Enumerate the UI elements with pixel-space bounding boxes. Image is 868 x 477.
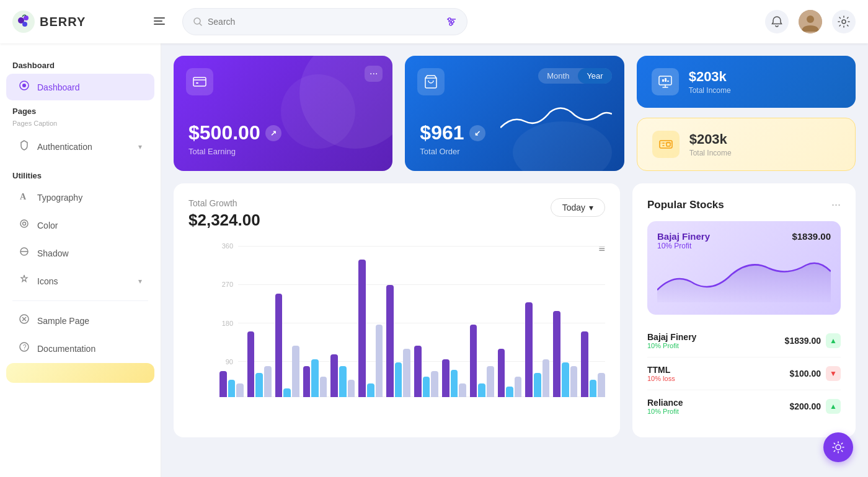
trending-up-icon: ▲: [826, 333, 841, 348]
income-blue-info: $203k Total Income: [689, 69, 731, 95]
bar-blue: [283, 388, 291, 397]
bar-blue: [311, 359, 319, 397]
shadow-label: Shadow: [37, 248, 69, 258]
bar-blue: [506, 387, 513, 397]
bar-purple: [581, 331, 588, 397]
income-yellow-label: Total Income: [689, 149, 732, 157]
income-yellow-icon: [652, 131, 680, 158]
search-input[interactable]: [208, 17, 441, 27]
sidebar-section-pages: Pages: [0, 102, 161, 118]
earning-card-icon: [186, 68, 213, 95]
sidebar-item-authentication[interactable]: Authentication ▾: [6, 133, 154, 160]
logo-area: BERRY: [12, 11, 136, 33]
settings-button[interactable]: [832, 10, 856, 33]
earning-label: Total Earning: [188, 147, 378, 156]
stock-name: TTML: [647, 365, 675, 375]
stocks-card: Popular Stocks ··· Bajaj Finery 10% Prof…: [632, 183, 856, 437]
docs-icon: ?: [19, 341, 30, 356]
featured-stock-chart: [657, 253, 831, 302]
chart-amount: $2,324.00: [188, 211, 260, 230]
bar-purple: [414, 346, 422, 397]
bar-blue: [478, 383, 485, 397]
trending-down-icon: ▼: [826, 366, 841, 381]
svg-point-16: [842, 20, 846, 24]
menu-button[interactable]: [149, 11, 170, 33]
bar-group: [275, 242, 299, 397]
stocks-menu-button[interactable]: ···: [831, 198, 841, 211]
month-year-toggle: Month Year: [538, 68, 611, 84]
sidebar-item-icons[interactable]: Icons ▾: [6, 268, 154, 294]
chart-title: Total Growth: [188, 198, 260, 208]
bar-light: [292, 346, 299, 397]
order-label: Total Order: [420, 147, 609, 156]
earning-menu-button[interactable]: ···: [365, 66, 383, 82]
sidebar-item-color[interactable]: Color: [6, 212, 154, 239]
chevron-down-icon: ▾: [589, 203, 593, 212]
sidebar-item-dashboard[interactable]: Dashboard: [6, 74, 154, 100]
bar-blue: [534, 373, 541, 397]
search-bar: [182, 8, 467, 35]
dashboard-label: Dashboard: [37, 82, 80, 92]
avatar[interactable]: [799, 10, 822, 33]
svg-point-18: [22, 84, 26, 87]
bar-blue: [423, 377, 430, 397]
sidebar-divider: [12, 300, 148, 301]
month-btn[interactable]: Month: [538, 68, 578, 84]
bar-group: [330, 242, 355, 397]
svg-point-13: [450, 23, 452, 25]
year-btn[interactable]: Year: [578, 68, 611, 84]
bar-light: [487, 366, 494, 397]
auth-chevron: ▾: [138, 142, 142, 151]
shadow-icon: [19, 246, 30, 260]
stock-list-item[interactable]: Bajaj Finery10% Profit$1839.00▲: [647, 325, 841, 357]
stock-name: Reliance: [647, 398, 683, 408]
utilities-title: Utilities: [0, 166, 161, 183]
color-label: Color: [37, 221, 58, 230]
sidebar-item-shadow[interactable]: Shadow: [6, 240, 154, 266]
notification-button[interactable]: [765, 10, 789, 33]
sidebar-item-documentation[interactable]: ? Documentation: [6, 335, 154, 362]
bar-light: [459, 383, 466, 397]
stock-list-item[interactable]: Reliance10% Profit$200.00▲: [647, 390, 841, 422]
bar-purple: [219, 371, 227, 397]
card-total-order: Month Year $961 ↙ Total Order: [405, 56, 624, 171]
featured-stock-info: Bajaj Finery 10% Profit: [657, 231, 710, 250]
bar-purple: [386, 285, 394, 397]
card-income-yellow: $203k Total Income: [637, 118, 856, 171]
bar-group: [386, 242, 410, 397]
fab-button[interactable]: [823, 432, 853, 462]
today-button[interactable]: Today ▾: [551, 198, 605, 217]
sample-page-icon: [19, 313, 30, 328]
earning-badge: ↗: [265, 125, 281, 141]
svg-point-3: [22, 22, 27, 27]
svg-point-21: [23, 222, 26, 225]
bar-chart: 360 270 180 90: [188, 242, 605, 416]
stocks-title: Popular Stocks: [647, 199, 724, 211]
filter-icon[interactable]: [446, 16, 457, 27]
bar-light: [515, 377, 522, 397]
stock-list: Bajaj Finery10% Profit$1839.00▲TTML10% l…: [647, 325, 841, 422]
bars-container: [219, 242, 605, 397]
stock-list-item[interactable]: TTML10% loss$100.00▼: [647, 357, 841, 390]
bar-group: [247, 242, 272, 397]
svg-text:?: ?: [23, 344, 27, 351]
bar-light: [320, 377, 327, 397]
bottom-row: Total Growth $2,324.00 Today ▾ ≡: [174, 183, 856, 437]
bar-group: [442, 242, 466, 397]
stock-name: Bajaj Finery: [647, 332, 696, 342]
icons-icon: [19, 274, 30, 288]
topbar: BERRY: [0, 0, 868, 43]
stock-price: $100.00: [789, 369, 821, 379]
card-total-earning: ··· $500.00 ↗ Total Earning: [174, 56, 392, 171]
order-card-icon: [417, 68, 445, 95]
bar-light: [598, 373, 605, 397]
main-content: ··· $500.00 ↗ Total Earning Month: [161, 43, 868, 477]
svg-point-11: [448, 18, 451, 20]
sidebar-item-sample-page[interactable]: Sample Page: [6, 307, 154, 334]
sidebar-caption: Pages Caption: [0, 118, 161, 132]
stocks-header: Popular Stocks ···: [647, 198, 841, 211]
bar-group: [525, 242, 549, 397]
sidebar-item-typography[interactable]: A Typography: [6, 184, 154, 211]
svg-rect-34: [662, 79, 664, 82]
bar-purple: [275, 294, 283, 397]
